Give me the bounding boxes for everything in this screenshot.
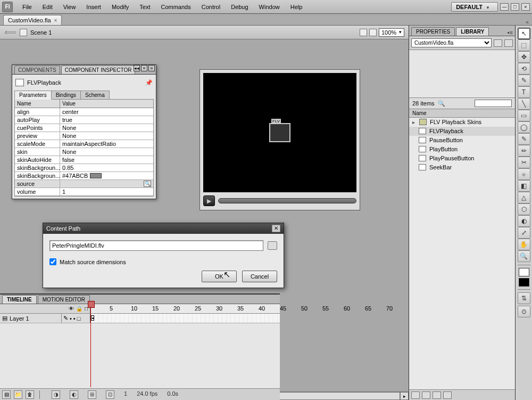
- param-row[interactable]: skinBackgroun...0.85: [15, 164, 153, 172]
- tool-button[interactable]: T: [518, 86, 530, 98]
- param-row[interactable]: skinNone: [15, 148, 153, 156]
- param-row[interactable]: cuePointsNone: [15, 124, 153, 132]
- panel-collapse-icon[interactable]: «: [522, 19, 532, 25]
- param-row[interactable]: source🔍: [15, 180, 153, 188]
- tool-button[interactable]: ╲: [518, 98, 530, 110]
- tab-properties[interactable]: PROPERTIES: [411, 27, 455, 36]
- tab-timeline[interactable]: TIMELINE: [2, 295, 37, 304]
- panel-collapse-icon[interactable]: ◂◂: [134, 65, 140, 71]
- stroke-color-swatch[interactable]: [519, 268, 529, 276]
- tool-button[interactable]: ⟲: [518, 63, 530, 75]
- panel-menu-icon[interactable]: •≡: [505, 29, 515, 36]
- tool-button[interactable]: 🔍: [518, 250, 530, 262]
- document-tab[interactable]: CustomVideo.fla ×: [3, 15, 62, 25]
- new-layer-icon[interactable]: ▤: [2, 390, 11, 399]
- menu-edit[interactable]: Edit: [37, 2, 58, 12]
- keyframe[interactable]: [91, 315, 94, 321]
- playhead[interactable]: [90, 304, 91, 387]
- search-icon[interactable]: 🔍: [438, 100, 445, 107]
- tab-component-inspector[interactable]: COMPONENT INSPECTOR: [61, 66, 136, 74]
- delete-layer-icon[interactable]: 🗑: [26, 390, 34, 399]
- library-item[interactable]: FLV Playback Skins: [409, 118, 515, 127]
- param-row[interactable]: skinBackgroun...#47ABCB: [15, 172, 153, 180]
- param-value[interactable]: None: [60, 124, 153, 132]
- fill-color-swatch[interactable]: [519, 278, 529, 287]
- tool-button[interactable]: ⬡: [518, 203, 530, 215]
- library-doc-select[interactable]: CustomVideo.fla: [411, 38, 492, 47]
- param-value[interactable]: None: [60, 148, 153, 156]
- menu-modify[interactable]: Modify: [106, 2, 134, 12]
- tool-button[interactable]: ⟐: [518, 168, 530, 180]
- browse-folder-icon[interactable]: [268, 241, 277, 250]
- new-library-icon[interactable]: [504, 39, 513, 47]
- menu-insert[interactable]: Insert: [81, 2, 106, 12]
- new-symbol-icon[interactable]: [411, 391, 420, 399]
- tool-button[interactable]: ◯: [518, 121, 530, 133]
- tool-button[interactable]: △: [518, 192, 530, 203]
- onion-skin-icon[interactable]: ◑: [52, 390, 60, 399]
- snap-icon[interactable]: ⊙: [518, 306, 530, 317]
- subtab-parameters[interactable]: Parameters: [14, 91, 52, 100]
- param-row[interactable]: autoPlaytrue: [15, 116, 153, 124]
- edit-symbol-icon[interactable]: [369, 29, 377, 36]
- tool-button[interactable]: ◐: [518, 215, 530, 227]
- frames-track[interactable]: [90, 314, 280, 323]
- library-item[interactable]: SeekBar: [409, 163, 515, 172]
- param-value[interactable]: true: [60, 116, 153, 124]
- lock-icon[interactable]: 🔒: [76, 306, 82, 312]
- tool-button[interactable]: ✋: [518, 239, 530, 250]
- frame-ruler[interactable]: 510152025303540455055606570: [90, 304, 280, 313]
- tab-library[interactable]: LIBRARY: [456, 27, 489, 36]
- browse-icon[interactable]: 🔍: [144, 181, 151, 187]
- param-row[interactable]: volume1: [15, 188, 153, 196]
- library-column-name[interactable]: Name: [409, 109, 515, 118]
- tool-button[interactable]: ✂: [518, 157, 530, 168]
- param-value[interactable]: false: [60, 156, 153, 164]
- param-value[interactable]: #47ABCB: [60, 172, 153, 179]
- tool-button[interactable]: ▭: [518, 110, 530, 121]
- param-value[interactable]: 1: [60, 188, 153, 195]
- pencil-icon[interactable]: ✎: [63, 315, 68, 322]
- param-row[interactable]: scaleModemaintainAspectRatio: [15, 140, 153, 148]
- subtab-schema[interactable]: Schema: [81, 91, 110, 100]
- menu-control[interactable]: Control: [196, 2, 226, 12]
- layer-row[interactable]: ▤ Layer 1 ✎ • • □: [0, 314, 280, 323]
- tool-button[interactable]: ⤢: [518, 227, 530, 239]
- content-path-input[interactable]: [49, 240, 263, 251]
- panel-menu-icon[interactable]: ≡: [148, 65, 155, 71]
- param-value[interactable]: None: [60, 132, 153, 140]
- param-value[interactable]: center: [60, 108, 153, 116]
- new-folder-icon[interactable]: [422, 391, 430, 399]
- tool-button[interactable]: ✥: [518, 51, 530, 63]
- new-folder-icon[interactable]: 📁: [14, 390, 22, 399]
- seek-bar[interactable]: [218, 198, 356, 203]
- close-button[interactable]: ×: [521, 3, 530, 11]
- layer-vis-dot[interactable]: •: [70, 315, 72, 322]
- layer-outline-box[interactable]: □: [77, 315, 81, 322]
- center-frame-icon[interactable]: ⊡: [106, 390, 114, 399]
- param-row[interactable]: aligncenter: [15, 108, 153, 116]
- ok-button[interactable]: OK: [202, 271, 237, 282]
- color-swatch[interactable]: [90, 173, 102, 178]
- tool-button[interactable]: ⬚: [518, 39, 530, 51]
- zoom-dropdown[interactable]: 100%: [379, 28, 404, 37]
- back-arrow-icon[interactable]: ⟸: [4, 27, 16, 37]
- tab-components[interactable]: COMPONENTS: [14, 66, 60, 74]
- match-dimensions-checkbox[interactable]: [49, 258, 56, 265]
- subtab-bindings[interactable]: Bindings: [52, 91, 81, 100]
- play-button-icon[interactable]: ▶: [203, 195, 215, 206]
- onion-outline-icon[interactable]: ◐: [70, 390, 78, 399]
- scroll-right-icon[interactable]: ▸: [400, 392, 409, 400]
- menu-commands[interactable]: Commands: [155, 2, 196, 12]
- menu-text[interactable]: Text: [134, 2, 155, 12]
- tool-button[interactable]: ✎: [518, 133, 530, 145]
- library-item[interactable]: PauseButton: [409, 136, 515, 145]
- library-item[interactable]: FLVPlayback: [409, 127, 515, 136]
- swap-colors-icon[interactable]: ⇅: [518, 292, 530, 304]
- tool-button[interactable]: ◧: [518, 180, 530, 192]
- param-value[interactable]: 🔍: [60, 180, 153, 187]
- maximize-button[interactable]: □: [511, 3, 519, 11]
- menu-file[interactable]: File: [17, 2, 37, 12]
- library-item[interactable]: PlayButton: [409, 145, 515, 154]
- library-item[interactable]: PlayPauseButton: [409, 154, 515, 163]
